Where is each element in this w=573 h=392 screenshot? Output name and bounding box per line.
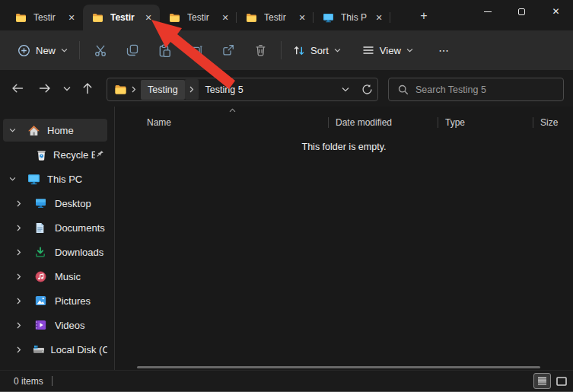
- tab-label: This P: [341, 12, 372, 23]
- window-controls: ✕: [470, 0, 573, 23]
- chevron-right-icon[interactable]: [17, 249, 35, 256]
- share-icon: [222, 44, 234, 56]
- sidebar-item-music[interactable]: Music: [3, 265, 107, 288]
- view-button-label: View: [380, 45, 401, 56]
- desktop-icon: [35, 198, 50, 209]
- refresh-button[interactable]: [356, 79, 377, 100]
- large-icons-view-button[interactable]: [552, 373, 570, 389]
- tab-testing-2-active[interactable]: Testir ✕: [83, 5, 160, 30]
- sidebar-item-local-disk-c[interactable]: Local Disk (C:): [3, 338, 107, 361]
- tab-bar: Testir ✕ Testir ✕ Testir ✕ Testir ✕ This…: [0, 0, 573, 30]
- search-input[interactable]: [415, 84, 563, 95]
- column-header-size[interactable]: Size: [533, 117, 573, 128]
- chevron-down-icon[interactable]: [9, 177, 27, 181]
- sidebar-item-documents[interactable]: Documents: [3, 216, 107, 239]
- sort-button-label: Sort: [310, 45, 329, 56]
- breadcrumb-segment-testing-5[interactable]: Testing 5: [199, 80, 250, 100]
- column-header-type[interactable]: Type: [438, 117, 533, 128]
- tab-testing-4[interactable]: Testir ✕: [237, 5, 314, 30]
- sidebar-item-this-pc[interactable]: This PC: [3, 167, 107, 190]
- status-bar: 0 items: [0, 370, 573, 391]
- horizontal-scrollbar[interactable]: [137, 366, 540, 368]
- sidebar-item-downloads[interactable]: Downloads: [3, 241, 107, 263]
- pictures-icon: [35, 295, 50, 306]
- sidebar-item-recycle-bin[interactable]: Recycle Bin: [3, 143, 107, 166]
- chevron-right-icon[interactable]: [17, 322, 35, 329]
- view-button[interactable]: View: [355, 37, 420, 64]
- sidebar-item-pictures[interactable]: Pictures: [3, 289, 107, 312]
- column-header-name[interactable]: Name: [115, 117, 328, 128]
- cut-button[interactable]: [84, 37, 116, 64]
- chevron-down-icon[interactable]: [9, 128, 27, 132]
- rename-button[interactable]: [180, 37, 212, 64]
- recycle-bin-icon: [37, 149, 49, 161]
- breadcrumb-chevron-icon[interactable]: [185, 79, 199, 100]
- breadcrumb-segment-testing[interactable]: Testing: [141, 80, 185, 100]
- navigation-pane: Home Recycle Bin This PC Desktop Documen…: [0, 107, 114, 370]
- folder-icon: [92, 13, 103, 22]
- chevron-right-icon[interactable]: [17, 200, 35, 207]
- sidebar-item-label: Downloads: [55, 247, 103, 258]
- tab-close-icon[interactable]: ✕: [372, 11, 386, 24]
- column-headers: Name Date modified Type Size: [115, 113, 573, 132]
- items-count: 0 items: [14, 376, 43, 387]
- tab-close-icon[interactable]: ✕: [218, 11, 232, 24]
- sort-button[interactable]: Sort: [286, 37, 348, 64]
- column-header-date-modified[interactable]: Date modified: [328, 117, 438, 128]
- tab-close-icon[interactable]: ✕: [65, 11, 78, 24]
- sidebar-item-label: This PC: [47, 174, 82, 185]
- maximize-button[interactable]: [505, 0, 539, 23]
- sidebar-item-home[interactable]: Home: [3, 119, 107, 142]
- toolbar-separator: [79, 41, 80, 59]
- sidebar-item-label: Videos: [55, 320, 85, 331]
- delete-button[interactable]: [244, 37, 276, 64]
- sidebar-item-label: Pictures: [55, 295, 91, 307]
- close-button[interactable]: ✕: [539, 0, 573, 23]
- chevron-right-icon[interactable]: [17, 273, 35, 280]
- documents-icon: [35, 222, 50, 234]
- copy-icon: [126, 44, 138, 56]
- minimize-button[interactable]: [470, 0, 505, 23]
- sort-arrows-icon: [293, 45, 305, 56]
- address-bar[interactable]: Testing Testing 5: [107, 78, 378, 101]
- new-tab-button[interactable]: +: [414, 8, 434, 26]
- sidebar-item-desktop[interactable]: Desktop: [3, 192, 107, 215]
- details-view-button[interactable]: [533, 373, 551, 389]
- tab-this-pc[interactable]: This P ✕: [314, 5, 390, 30]
- folder-icon: [15, 13, 27, 22]
- sort-ascending-icon: [229, 108, 236, 113]
- recent-locations-button[interactable]: [58, 70, 76, 107]
- minimize-icon: [484, 11, 492, 12]
- chevron-right-icon[interactable]: [17, 298, 35, 304]
- chevron-right-icon[interactable]: [17, 225, 35, 231]
- tab-close-icon[interactable]: ✕: [295, 11, 309, 24]
- tab-close-icon[interactable]: ✕: [142, 11, 155, 24]
- share-button[interactable]: [212, 37, 244, 64]
- search-box[interactable]: [388, 78, 564, 101]
- paste-button[interactable]: [148, 37, 180, 64]
- empty-folder-message: This folder is empty.: [115, 142, 573, 152]
- home-icon: [27, 125, 43, 136]
- monitor-icon: [323, 13, 334, 23]
- file-list-pane: Name Date modified Type Size This folder…: [115, 107, 573, 370]
- tab-testing-3[interactable]: Testir ✕: [160, 5, 237, 30]
- more-options-button[interactable]: ⋯: [431, 37, 458, 64]
- local-disk-icon: [33, 345, 46, 355]
- breadcrumb-chevron-icon[interactable]: [127, 79, 141, 100]
- tab-label: Testir: [187, 12, 218, 23]
- back-button[interactable]: [6, 70, 29, 107]
- clipboard-icon: [158, 44, 170, 57]
- forward-button[interactable]: [33, 70, 56, 107]
- plus-circle-icon: [18, 44, 30, 57]
- sidebar-item-videos[interactable]: Videos: [3, 314, 107, 336]
- tab-label: Testir: [264, 12, 295, 23]
- tab-testing-1[interactable]: Testir ✕: [6, 5, 83, 30]
- chevron-right-icon[interactable]: [17, 346, 33, 353]
- new-button[interactable]: New: [11, 37, 75, 64]
- up-button[interactable]: [76, 70, 99, 107]
- copy-button[interactable]: [116, 37, 148, 64]
- address-dropdown-button[interactable]: [335, 79, 356, 100]
- folder-icon: [114, 84, 127, 94]
- toolbar-separator: [281, 41, 282, 59]
- sidebar-item-label: Home: [47, 125, 74, 136]
